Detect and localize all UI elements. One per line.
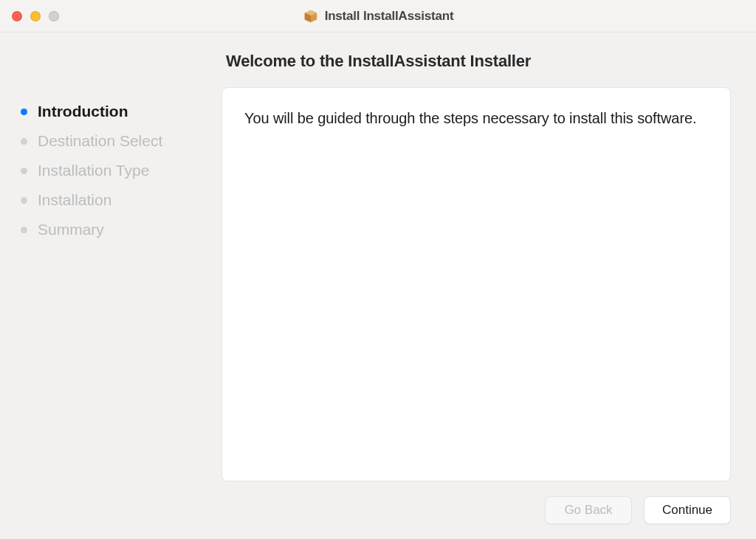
step-introduction: Introduction — [21, 103, 221, 120]
step-installation-type: Installation Type — [21, 162, 221, 179]
step-label: Introduction — [38, 103, 128, 120]
page-heading: Welcome to the InstallAssistant Installe… — [221, 52, 731, 71]
step-label: Installation Type — [38, 162, 149, 179]
step-bullet-icon — [21, 197, 27, 204]
close-window-button[interactable] — [12, 11, 22, 21]
window-title: Install InstallAssistant — [325, 9, 454, 24]
step-label: Installation — [38, 191, 111, 209]
step-label: Summary — [38, 221, 104, 238]
minimize-window-button[interactable] — [30, 11, 41, 21]
step-summary: Summary — [21, 221, 221, 238]
content-pane: You will be guided through the steps nec… — [221, 87, 731, 481]
window-controls — [0, 11, 59, 21]
go-back-button: Go Back — [545, 496, 632, 524]
body: Introduction Destination Select Installa… — [0, 32, 756, 496]
sidebar: Introduction Destination Select Installa… — [0, 32, 221, 496]
titlebar: Install InstallAssistant — [0, 0, 756, 32]
step-label: Destination Select — [38, 132, 162, 150]
step-bullet-icon — [21, 109, 27, 115]
step-bullet-icon — [21, 168, 27, 174]
package-icon — [303, 8, 319, 24]
step-bullet-icon — [21, 227, 27, 233]
continue-button[interactable]: Continue — [644, 496, 731, 524]
step-destination-select: Destination Select — [21, 132, 221, 150]
main: Welcome to the InstallAssistant Installe… — [221, 32, 756, 496]
intro-text: You will be guided through the steps nec… — [244, 109, 708, 128]
step-installation: Installation — [21, 191, 221, 209]
window-title-group: Install InstallAssistant — [0, 8, 756, 24]
step-bullet-icon — [21, 138, 27, 145]
button-row: Go Back Continue — [0, 496, 756, 539]
maximize-window-button — [49, 11, 59, 21]
